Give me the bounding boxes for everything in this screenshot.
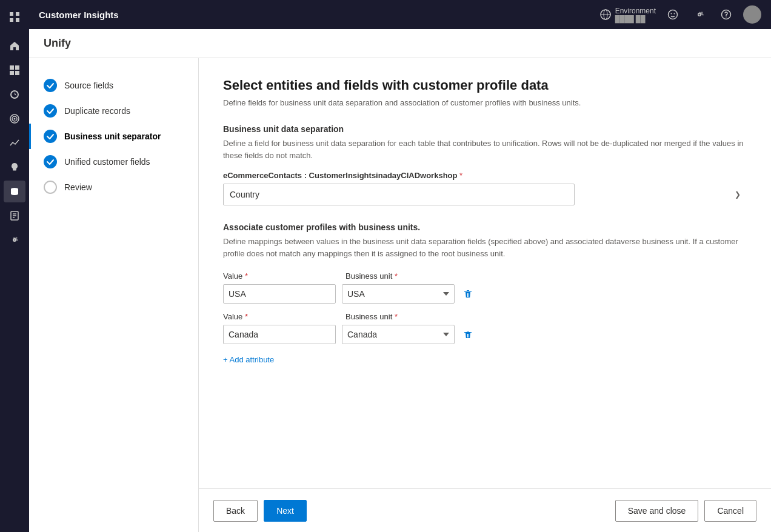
associate-desc: Define mappings between values in the bu… xyxy=(223,236,747,259)
value-input-2[interactable] xyxy=(223,325,336,344)
svg-rect-6 xyxy=(10,71,14,75)
step-unified-customer-fields[interactable]: Unified customer fields xyxy=(29,149,198,175)
associate-heading: Associate customer profiles with busines… xyxy=(223,222,747,232)
svg-rect-12 xyxy=(13,170,16,171)
content-subtitle: Define fields for business unit data sep… xyxy=(223,98,747,107)
settings-icon xyxy=(694,9,705,20)
step-unified-label: Unified customer fields xyxy=(64,157,150,167)
trash-icon-1 xyxy=(463,289,473,299)
svg-rect-1 xyxy=(16,12,19,16)
nav-target-icon[interactable] xyxy=(4,108,25,130)
environment-icon xyxy=(599,8,612,21)
page-title: Unify xyxy=(44,37,71,50)
grid-menu-icon[interactable] xyxy=(4,6,25,28)
icon-navbar xyxy=(0,0,29,532)
content-area: Source fields Duplicate records Business… xyxy=(29,58,771,532)
step-review-circle xyxy=(44,181,57,194)
svg-rect-0 xyxy=(10,12,13,16)
environment-info: Environment ████ ██ xyxy=(615,7,656,22)
nav-report-icon[interactable] xyxy=(4,205,25,227)
mapping-row-2: Value * Business unit * xyxy=(223,312,747,344)
nav-analytics-icon[interactable] xyxy=(4,84,25,105)
step-business-unit-separator[interactable]: Business unit separator xyxy=(29,124,198,149)
svg-rect-3 xyxy=(16,18,19,22)
nav-dashboard-icon[interactable] xyxy=(4,59,25,81)
smiley-icon-btn[interactable] xyxy=(663,5,683,24)
save-close-button[interactable]: Save and close xyxy=(615,500,699,522)
user-avatar[interactable] xyxy=(743,5,761,24)
step-review-label: Review xyxy=(64,182,92,192)
business-unit-heading: Business unit data separation xyxy=(223,124,747,134)
select-chevron-icon: ❯ xyxy=(735,190,741,199)
business-unit-select-2[interactable]: Canada xyxy=(342,325,455,344)
main-content: Select entities and fields with customer… xyxy=(199,58,771,488)
country-select-wrapper: Country ❯ xyxy=(223,184,747,205)
svg-rect-2 xyxy=(10,18,13,22)
bu-select-wrapper-1: USA xyxy=(342,284,455,304)
step-source-fields-label: Source fields xyxy=(64,81,113,90)
svg-point-22 xyxy=(671,13,672,15)
settings-icon-btn[interactable] xyxy=(690,5,709,24)
business-unit-label-1: Business unit * xyxy=(345,271,458,281)
next-button[interactable]: Next xyxy=(264,500,307,522)
svg-point-21 xyxy=(669,10,678,19)
add-attribute-button[interactable]: + Add attribute xyxy=(223,353,274,367)
nav-home-icon[interactable] xyxy=(4,35,25,57)
business-unit-section: Business unit data separation Define a f… xyxy=(223,124,747,222)
add-attribute-label: + Add attribute xyxy=(223,355,274,364)
mapping-labels-1: Value * Business unit * xyxy=(223,271,747,281)
step-source-fields[interactable]: Source fields xyxy=(29,73,198,98)
value-required-1: * xyxy=(245,271,248,281)
bu-select-wrapper-2: Canada xyxy=(342,325,455,344)
svg-point-25 xyxy=(726,16,727,18)
footer-right: Save and close Cancel xyxy=(615,500,756,522)
footer-left: Back Next xyxy=(213,500,307,522)
value-label-1: Value * xyxy=(223,271,336,281)
cancel-button[interactable]: Cancel xyxy=(704,500,756,522)
checkmark-icon-4 xyxy=(46,158,55,166)
svg-rect-5 xyxy=(15,65,19,70)
nav-bulb-icon[interactable] xyxy=(4,156,25,178)
environment-value: ████ ██ xyxy=(615,15,656,22)
entity-label: eCommerceContacts : CustomerInsightsinad… xyxy=(223,171,747,180)
steps-sidebar: Source fields Duplicate records Business… xyxy=(29,58,199,532)
step-source-fields-circle xyxy=(44,79,57,92)
svg-point-23 xyxy=(674,13,675,15)
business-unit-select-1[interactable]: USA xyxy=(342,284,455,304)
app-title: Customer Insights xyxy=(39,10,119,20)
step-duplicate-records[interactable]: Duplicate records xyxy=(29,98,198,124)
mapping-labels-2: Value * Business unit * xyxy=(223,312,747,321)
content-title: Select entities and fields with customer… xyxy=(223,78,747,93)
back-button[interactable]: Back xyxy=(213,500,258,522)
step-review[interactable]: Review xyxy=(29,175,198,200)
mapping-row-1: Value * Business unit * xyxy=(223,271,747,304)
value-required-2: * xyxy=(245,312,248,321)
bu-required-1: * xyxy=(395,271,398,281)
main-container: Customer Insights Environment ████ ██ U xyxy=(29,0,771,532)
delete-row-1-button[interactable] xyxy=(461,287,475,301)
environment-block: Environment ████ ██ xyxy=(599,7,656,22)
help-icon-btn[interactable] xyxy=(716,5,736,24)
checkmark-icon-2 xyxy=(46,107,55,115)
svg-rect-7 xyxy=(15,71,19,75)
value-input-1[interactable] xyxy=(223,284,336,304)
country-select[interactable]: Country xyxy=(223,184,575,205)
step-duplicate-records-circle xyxy=(44,104,57,118)
nav-chart-icon[interactable] xyxy=(4,132,25,154)
associate-section: Associate customer profiles with busines… xyxy=(223,222,747,367)
step-business-unit-label: Business unit separator xyxy=(64,131,161,141)
smiley-icon xyxy=(667,9,678,20)
step-business-unit-circle xyxy=(44,130,57,143)
entity-required-marker: * xyxy=(459,171,462,180)
delete-row-2-button[interactable] xyxy=(461,327,475,342)
mapping-inputs-1: USA xyxy=(223,284,747,304)
nav-settings-icon[interactable] xyxy=(4,229,25,251)
footer: Back Next Save and close Cancel xyxy=(199,488,771,532)
svg-point-11 xyxy=(14,118,16,120)
bu-required-2: * xyxy=(395,312,398,321)
top-bar-right: Environment ████ ██ xyxy=(599,5,761,24)
business-unit-label-2: Business unit * xyxy=(345,312,458,321)
nav-data-icon[interactable] xyxy=(4,181,25,202)
checkmark-icon-3 xyxy=(46,132,55,141)
top-bar: Customer Insights Environment ████ ██ xyxy=(29,0,771,29)
